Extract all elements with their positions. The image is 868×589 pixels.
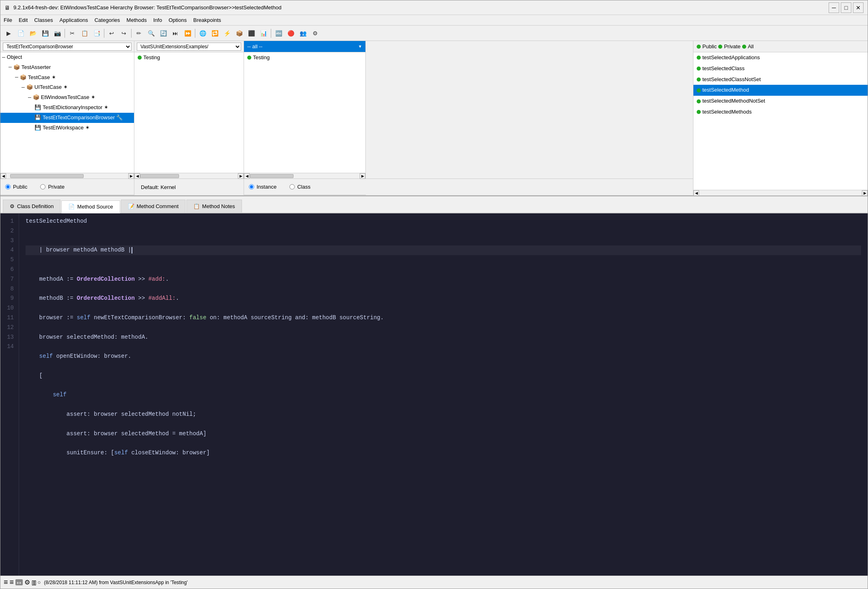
toolbar-paste-btn[interactable]: 📑 — [91, 28, 102, 39]
toolbar-world-btn[interactable]: 🌐 — [197, 28, 208, 39]
toolbar-edit-btn[interactable]: ✏ — [133, 28, 145, 39]
toolbar-undo-btn[interactable]: ↩ — [106, 28, 117, 39]
menu-edit[interactable]: Edit — [19, 17, 28, 23]
tree-item-dict-inspector[interactable]: 💾 TestEtDictionaryInspector ✶ — [0, 103, 134, 113]
toolbar-cut-btn[interactable]: ✂ — [67, 28, 78, 39]
method-item-class[interactable]: testSelectedClass — [693, 63, 868, 74]
menu-classes[interactable]: Classes — [34, 17, 53, 23]
toolbar-refresh-btn[interactable]: 🔄 — [158, 28, 169, 39]
tab-method-comment[interactable]: 📝 Method Comment — [121, 200, 186, 213]
app-item-testing[interactable]: Testing — [134, 52, 244, 63]
class-hierarchy-pane: TestEtTextComparisonBrowser ─ Object ─ 📦… — [0, 41, 134, 178]
toolbar-reload-btn[interactable]: 🔁 — [209, 28, 220, 39]
radio-class-label[interactable]: Class — [289, 184, 311, 190]
method-item-methodnotset[interactable]: testSelectedMethodNotSet — [693, 96, 868, 107]
public-tab[interactable]: Public — [702, 43, 717, 49]
tab-method-notes[interactable]: 📋 Method Notes — [186, 200, 242, 213]
toolbar-blk-btn[interactable]: ⬛ — [246, 28, 257, 39]
method-item-methods[interactable]: testSelectedMethods — [693, 107, 868, 118]
pane1-scroll-track[interactable] — [6, 174, 128, 178]
menu-categories[interactable]: Categories — [95, 17, 120, 23]
method-item-method[interactable]: testSelectedMethod — [693, 85, 868, 96]
radio-public[interactable] — [5, 184, 11, 189]
pane1-scroll-left[interactable]: ◀ — [0, 173, 6, 179]
toolbar-settings-btn[interactable]: ⚙ — [309, 28, 321, 39]
code-line-9: self openEtWindow: browser. — [26, 352, 861, 361]
radio-private-label[interactable]: Private — [40, 184, 64, 190]
status-icon-4[interactable]: ⚙ — [24, 578, 30, 586]
toolbar-screenshot-btn[interactable]: 📷 — [52, 28, 63, 39]
toolbar-step-btn[interactable]: ⏭ — [170, 28, 181, 39]
toolbar-team-btn[interactable]: 👥 — [297, 28, 309, 39]
toolbar-stepall-btn[interactable]: ⏩ — [182, 28, 193, 39]
class-dropdown[interactable]: TestEtTextComparisonBrowser — [3, 43, 132, 51]
status-icon-6[interactable]: ○ — [37, 579, 41, 585]
tab-class-definition[interactable]: ⚙ Class Definition — [3, 200, 60, 213]
minimize-button[interactable]: ─ — [829, 2, 839, 13]
pane2-hscroll[interactable]: ◀ ▶ — [134, 173, 244, 178]
tree-item-testcase[interactable]: ─ 📦 TestCase ✶ — [0, 73, 134, 83]
toolbar-chart-btn[interactable]: 📊 — [258, 28, 269, 39]
radio-private[interactable] — [40, 184, 45, 189]
toolbar-redo-btn[interactable]: ↪ — [118, 28, 130, 39]
toolbar-search-btn[interactable]: 🔍 — [145, 28, 157, 39]
status-icon-5[interactable]: [][] — [32, 579, 36, 585]
menu-info[interactable]: Info — [153, 17, 162, 23]
toolbar-color-btn[interactable]: 🔴 — [285, 28, 296, 39]
toolbar-pkg-btn[interactable]: 📦 — [233, 28, 245, 39]
radio-public-label[interactable]: Public — [5, 184, 27, 190]
toolbar-open-btn[interactable]: 📂 — [27, 28, 39, 39]
methods-scroll-right[interactable]: ▶ — [862, 190, 868, 196]
toolbar-font-btn[interactable]: 🔤 — [273, 28, 284, 39]
pane1-scroll-right[interactable]: ▶ — [128, 173, 134, 179]
tree-item-workspace[interactable]: 💾 TestEtWorkspace ✶ — [0, 123, 134, 133]
toolbar-eval-btn[interactable]: ⚡ — [221, 28, 233, 39]
methods-hscroll[interactable]: ◀ ▶ — [693, 190, 868, 196]
status-icon-1[interactable]: ≡ — [4, 578, 8, 587]
toolbar-save-btn[interactable]: 💾 — [39, 28, 51, 39]
tree-item-text-comparison[interactable]: 💾 TestEtTextComparisonBrowser 🔧 — [0, 113, 134, 123]
all-tab[interactable]: All — [748, 43, 754, 49]
applications-dropdown[interactable]: VastSUnitExtensionsExamples/ — [137, 43, 241, 51]
pane3-scroll-right[interactable]: ▶ — [360, 173, 365, 179]
tree-item-testasserter[interactable]: ─ 📦 TestAsserter — [0, 62, 134, 73]
status-icon-3[interactable]: ⁎⁎ — [15, 579, 23, 585]
toolbar-run-btn[interactable]: ▶ — [3, 28, 14, 39]
menu-breakpoints[interactable]: Breakpoints — [193, 17, 221, 23]
method-label-1: testSelectedApplications — [702, 54, 760, 62]
radio-instance[interactable] — [249, 184, 254, 189]
methods-scroll-track[interactable] — [699, 190, 862, 196]
methods-scroll-left[interactable]: ◀ — [693, 190, 699, 196]
pane3-scroll-track[interactable] — [250, 174, 360, 178]
minus-icon-5: ─ — [28, 94, 31, 101]
pane2-scroll-right[interactable]: ▶ — [238, 173, 244, 179]
tree-item-uitestcase[interactable]: ─ 📦 UITestCase ✶ — [0, 82, 134, 92]
tree-item-object[interactable]: ─ Object — [0, 52, 134, 62]
pane1-hscroll[interactable]: ◀ ▶ — [0, 173, 134, 178]
tab-method-source[interactable]: 📄 Method Source — [61, 200, 120, 213]
menu-file[interactable]: File — [4, 17, 12, 23]
radio-instance-label[interactable]: Instance — [249, 184, 276, 190]
radio-class[interactable] — [289, 184, 295, 189]
toolbar-copy-btn[interactable]: 📋 — [79, 28, 90, 39]
maximize-button[interactable]: □ — [841, 2, 851, 13]
menu-applications[interactable]: Applications — [60, 17, 88, 23]
pane2-scroll-left[interactable]: ◀ — [134, 173, 140, 179]
pane3-scroll-left[interactable]: ◀ — [244, 173, 250, 179]
code-editor[interactable]: 1 2 3 4 5 6 7 8 9 10 11 12 13 14 testSel… — [0, 213, 868, 576]
private-tab[interactable]: Private — [724, 43, 740, 49]
toolbar-new-btn[interactable]: 📄 — [15, 28, 26, 39]
method-item-classnotset[interactable]: testSelectedClassNotSet — [693, 74, 868, 85]
status-icon-2[interactable]: ≡ — [10, 578, 14, 587]
tree-item-etwindows[interactable]: ─ 📦 EtWindowsTestCase ✶ — [0, 92, 134, 103]
method-item-applications[interactable]: testSelectedApplications — [693, 52, 868, 63]
code-content[interactable]: testSelectedMethod | browser methodA met… — [19, 213, 868, 576]
pane3-hscroll[interactable]: ◀ ▶ — [244, 173, 365, 178]
close-button[interactable]: ✕ — [853, 2, 864, 13]
pane2-scroll-track[interactable] — [140, 174, 238, 178]
menu-methods[interactable]: Methods — [127, 17, 147, 23]
tab-row: ⚙ Class Definition 📄 Method Source 📝 Met… — [0, 196, 868, 213]
browser-row: TestEtTextComparisonBrowser ─ Object ─ 📦… — [0, 41, 868, 196]
cat-item-testing[interactable]: Testing — [244, 52, 365, 63]
menu-options[interactable]: Options — [168, 17, 187, 23]
